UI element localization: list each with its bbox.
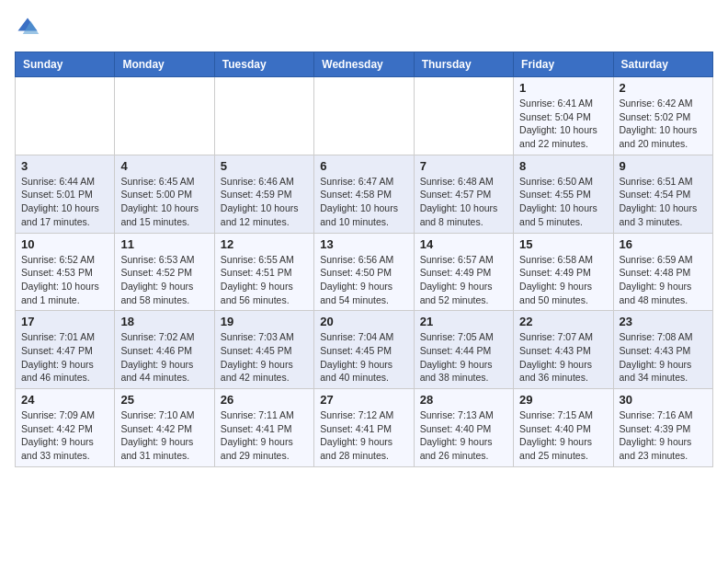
day-info: Sunrise: 7:01 AM Sunset: 4:47 PM Dayligh… xyxy=(21,330,108,385)
day-number: 27 xyxy=(320,393,407,407)
weekday-header-tuesday: Tuesday xyxy=(214,52,313,77)
day-info: Sunrise: 7:12 AM Sunset: 4:41 PM Dayligh… xyxy=(320,408,407,463)
day-info: Sunrise: 6:47 AM Sunset: 4:58 PM Dayligh… xyxy=(320,175,407,229)
calendar-cell: 27Sunrise: 7:12 AM Sunset: 4:41 PM Dayli… xyxy=(314,389,414,467)
calendar-cell: 12Sunrise: 6:55 AM Sunset: 4:51 PM Dayli… xyxy=(214,233,313,311)
calendar-cell: 21Sunrise: 7:05 AM Sunset: 4:44 PM Dayli… xyxy=(414,311,513,389)
calendar-header-row: SundayMondayTuesdayWednesdayThursdayFrid… xyxy=(16,52,713,77)
calendar-cell: 4Sunrise: 6:45 AM Sunset: 5:00 PM Daylig… xyxy=(115,155,214,233)
calendar-cell: 9Sunrise: 6:51 AM Sunset: 4:54 PM Daylig… xyxy=(613,155,712,233)
day-number: 15 xyxy=(519,237,607,251)
calendar-cell: 1Sunrise: 6:41 AM Sunset: 5:04 PM Daylig… xyxy=(514,77,613,155)
weekday-header-friday: Friday xyxy=(514,52,613,77)
calendar-cell xyxy=(16,77,115,155)
calendar-cell xyxy=(214,77,313,155)
day-number: 14 xyxy=(420,237,507,251)
logo xyxy=(15,15,44,40)
day-number: 6 xyxy=(320,159,407,173)
calendar-week-3: 10Sunrise: 6:52 AM Sunset: 4:53 PM Dayli… xyxy=(16,233,713,311)
calendar-week-1: 1Sunrise: 6:41 AM Sunset: 5:04 PM Daylig… xyxy=(16,77,713,155)
day-info: Sunrise: 7:03 AM Sunset: 4:45 PM Dayligh… xyxy=(221,330,308,385)
day-info: Sunrise: 6:55 AM Sunset: 4:51 PM Dayligh… xyxy=(221,253,308,307)
day-info: Sunrise: 6:51 AM Sunset: 4:54 PM Dayligh… xyxy=(620,175,707,229)
day-info: Sunrise: 7:07 AM Sunset: 4:43 PM Dayligh… xyxy=(519,330,607,385)
calendar-cell: 22Sunrise: 7:07 AM Sunset: 4:43 PM Dayli… xyxy=(514,311,613,389)
day-number: 11 xyxy=(120,237,208,251)
calendar-cell: 10Sunrise: 6:52 AM Sunset: 4:53 PM Dayli… xyxy=(16,233,115,311)
day-number: 20 xyxy=(320,315,407,328)
calendar-cell: 29Sunrise: 7:15 AM Sunset: 4:40 PM Dayli… xyxy=(514,389,613,467)
day-number: 10 xyxy=(21,237,108,251)
day-number: 30 xyxy=(620,393,707,407)
calendar-cell: 6Sunrise: 6:47 AM Sunset: 4:58 PM Daylig… xyxy=(314,155,414,233)
calendar-cell: 14Sunrise: 6:57 AM Sunset: 4:49 PM Dayli… xyxy=(414,233,513,311)
day-number: 12 xyxy=(221,237,308,251)
calendar-cell: 23Sunrise: 7:08 AM Sunset: 4:43 PM Dayli… xyxy=(613,311,712,389)
calendar-cell: 13Sunrise: 6:56 AM Sunset: 4:50 PM Dayli… xyxy=(314,233,414,311)
weekday-header-sunday: Sunday xyxy=(16,52,115,77)
calendar-cell: 2Sunrise: 6:42 AM Sunset: 5:02 PM Daylig… xyxy=(613,77,712,155)
calendar-cell xyxy=(314,77,414,155)
day-info: Sunrise: 6:52 AM Sunset: 4:53 PM Dayligh… xyxy=(21,253,108,307)
calendar-cell: 28Sunrise: 7:13 AM Sunset: 4:40 PM Dayli… xyxy=(414,389,513,467)
day-info: Sunrise: 7:04 AM Sunset: 4:45 PM Dayligh… xyxy=(320,330,407,385)
day-info: Sunrise: 6:59 AM Sunset: 4:48 PM Dayligh… xyxy=(620,253,707,307)
day-info: Sunrise: 6:58 AM Sunset: 4:49 PM Dayligh… xyxy=(519,253,607,307)
calendar-cell: 17Sunrise: 7:01 AM Sunset: 4:47 PM Dayli… xyxy=(16,311,115,389)
day-number: 29 xyxy=(519,393,607,407)
calendar-cell: 24Sunrise: 7:09 AM Sunset: 4:42 PM Dayli… xyxy=(16,389,115,467)
day-number: 28 xyxy=(420,393,507,407)
calendar-week-4: 17Sunrise: 7:01 AM Sunset: 4:47 PM Dayli… xyxy=(16,311,713,389)
calendar-cell: 16Sunrise: 6:59 AM Sunset: 4:48 PM Dayli… xyxy=(613,233,712,311)
day-info: Sunrise: 6:53 AM Sunset: 4:52 PM Dayligh… xyxy=(120,253,208,307)
calendar-cell: 18Sunrise: 7:02 AM Sunset: 4:46 PM Dayli… xyxy=(115,311,214,389)
weekday-header-wednesday: Wednesday xyxy=(314,52,414,77)
page-header xyxy=(15,15,713,40)
day-info: Sunrise: 6:56 AM Sunset: 4:50 PM Dayligh… xyxy=(320,253,407,307)
weekday-header-saturday: Saturday xyxy=(613,52,712,77)
day-info: Sunrise: 6:45 AM Sunset: 5:00 PM Dayligh… xyxy=(120,175,208,229)
calendar-cell: 19Sunrise: 7:03 AM Sunset: 4:45 PM Dayli… xyxy=(214,311,313,389)
day-info: Sunrise: 7:15 AM Sunset: 4:40 PM Dayligh… xyxy=(519,408,607,463)
calendar-cell xyxy=(115,77,214,155)
day-info: Sunrise: 7:13 AM Sunset: 4:40 PM Dayligh… xyxy=(420,408,507,463)
day-info: Sunrise: 7:11 AM Sunset: 4:41 PM Dayligh… xyxy=(221,408,308,463)
logo-icon xyxy=(15,15,40,40)
day-number: 19 xyxy=(221,315,308,328)
calendar-cell: 26Sunrise: 7:11 AM Sunset: 4:41 PM Dayli… xyxy=(214,389,313,467)
weekday-header-monday: Monday xyxy=(115,52,214,77)
day-info: Sunrise: 7:16 AM Sunset: 4:39 PM Dayligh… xyxy=(620,408,707,463)
day-info: Sunrise: 6:48 AM Sunset: 4:57 PM Dayligh… xyxy=(420,175,507,229)
calendar-cell: 20Sunrise: 7:04 AM Sunset: 4:45 PM Dayli… xyxy=(314,311,414,389)
day-number: 7 xyxy=(420,159,507,173)
calendar-week-5: 24Sunrise: 7:09 AM Sunset: 4:42 PM Dayli… xyxy=(16,389,713,467)
day-number: 17 xyxy=(21,315,108,328)
day-info: Sunrise: 7:05 AM Sunset: 4:44 PM Dayligh… xyxy=(420,330,507,385)
day-number: 5 xyxy=(221,159,308,173)
calendar-header: SundayMondayTuesdayWednesdayThursdayFrid… xyxy=(16,52,713,77)
day-number: 9 xyxy=(620,159,707,173)
calendar-table: SundayMondayTuesdayWednesdayThursdayFrid… xyxy=(15,52,713,467)
day-number: 3 xyxy=(21,159,108,173)
calendar-cell xyxy=(414,77,513,155)
day-number: 22 xyxy=(519,315,607,328)
day-info: Sunrise: 7:10 AM Sunset: 4:42 PM Dayligh… xyxy=(120,408,208,463)
day-info: Sunrise: 7:02 AM Sunset: 4:46 PM Dayligh… xyxy=(120,330,208,385)
calendar-cell: 7Sunrise: 6:48 AM Sunset: 4:57 PM Daylig… xyxy=(414,155,513,233)
day-info: Sunrise: 6:41 AM Sunset: 5:04 PM Dayligh… xyxy=(519,97,607,151)
day-number: 16 xyxy=(620,237,707,251)
calendar-cell: 25Sunrise: 7:10 AM Sunset: 4:42 PM Dayli… xyxy=(115,389,214,467)
day-info: Sunrise: 6:57 AM Sunset: 4:49 PM Dayligh… xyxy=(420,253,507,307)
day-info: Sunrise: 6:50 AM Sunset: 4:55 PM Dayligh… xyxy=(519,175,607,229)
day-number: 18 xyxy=(120,315,208,328)
weekday-header-thursday: Thursday xyxy=(414,52,513,77)
day-info: Sunrise: 6:46 AM Sunset: 4:59 PM Dayligh… xyxy=(221,175,308,229)
day-number: 2 xyxy=(620,81,707,95)
day-number: 26 xyxy=(221,393,308,407)
calendar-cell: 15Sunrise: 6:58 AM Sunset: 4:49 PM Dayli… xyxy=(514,233,613,311)
day-info: Sunrise: 6:44 AM Sunset: 5:01 PM Dayligh… xyxy=(21,175,108,229)
day-number: 25 xyxy=(120,393,208,407)
day-number: 8 xyxy=(519,159,607,173)
day-number: 1 xyxy=(519,81,607,95)
day-number: 23 xyxy=(620,315,707,328)
